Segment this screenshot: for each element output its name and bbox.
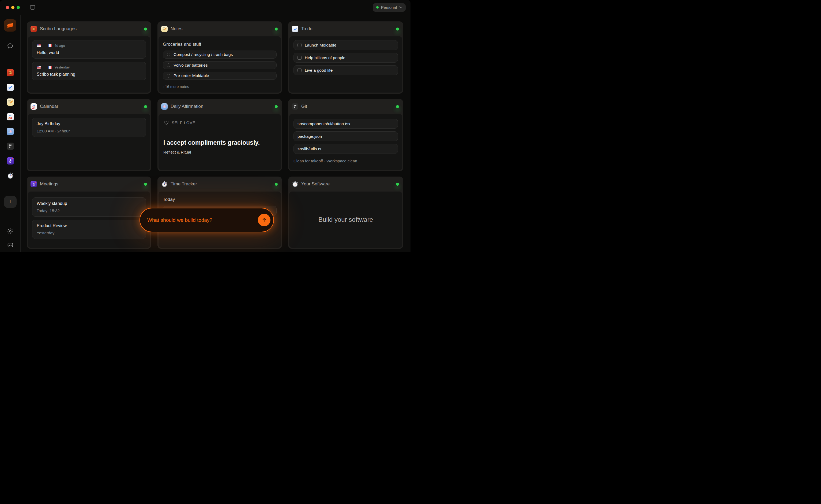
todo-item[interactable]: Help billions of people — [294, 53, 398, 63]
sidebar-item-time-tracker[interactable] — [7, 172, 14, 179]
status-dot — [144, 28, 147, 30]
circle-marker-icon[interactable] — [167, 63, 170, 67]
card-daily-affirmation[interactable]: Daily Affirmation SELF LOVE I accept com… — [157, 99, 282, 171]
workspace-switcher[interactable]: Personal — [373, 3, 406, 12]
card-header: Time Tracker — [157, 177, 282, 192]
checkbox-icon[interactable] — [298, 56, 302, 60]
minimize-window-button[interactable] — [11, 6, 14, 9]
meeting-time: Today: 15:32 — [37, 208, 141, 213]
todo-text: Help billions of people — [305, 55, 345, 60]
france-flag-icon — [48, 44, 52, 47]
moldable-logo-button[interactable] — [4, 19, 16, 32]
dashboard: Scribo Languages → 4d ago Hello, world — [21, 15, 410, 252]
todo-item[interactable]: Live a good life — [294, 65, 398, 75]
sidebar-item-git[interactable] — [7, 143, 14, 150]
translation-entry[interactable]: → Yesterday Scribo task planning — [32, 62, 146, 80]
time-tracker-group-title: Today — [163, 197, 277, 202]
entry-time: Yesterday — [54, 65, 70, 69]
calendar-icon-day: 24 — [8, 116, 12, 120]
calendar-event[interactable]: Joy Birthday 12:00 AM - 24hour — [32, 118, 146, 137]
status-dot — [275, 183, 278, 186]
card-title: Daily Affirmation — [170, 104, 203, 109]
status-dot — [144, 105, 147, 108]
card-title: Notes — [170, 26, 182, 32]
status-dot — [396, 105, 399, 108]
notepad-icon — [7, 99, 13, 105]
status-dot — [275, 105, 278, 108]
checkbox-icon[interactable] — [298, 68, 302, 72]
card-title: To do — [301, 26, 313, 32]
card-your-software[interactable]: Your Software Build your software — [288, 177, 403, 249]
affirmation-category-label: SELF LOVE — [172, 120, 195, 125]
chat-button[interactable] — [7, 43, 13, 49]
settings-button[interactable] — [7, 228, 14, 235]
sidebar-toggle-button[interactable] — [30, 5, 35, 10]
meeting-name: Product Review — [37, 223, 141, 228]
checkbox-icon[interactable] — [298, 43, 302, 47]
note-item[interactable]: Pre-order Moldable — [163, 72, 277, 80]
add-app-button[interactable]: + — [4, 196, 17, 208]
git-file-row[interactable]: src/components/ui/button.tsx — [294, 119, 398, 129]
note-item[interactable]: Volvo car batteries — [163, 61, 277, 69]
card-body: Joy Birthday 12:00 AM - 24hour — [28, 114, 150, 170]
status-dot — [275, 28, 278, 30]
microphone-icon — [8, 159, 13, 163]
card-body: Launch Moldable Help billions of people … — [289, 36, 402, 93]
git-icon — [8, 144, 13, 148]
card-calendar[interactable]: Tue 24 Calendar Joy Birthday 12:00 AM - … — [27, 99, 151, 171]
titlebar: Personal — [0, 0, 410, 15]
sidebar-item-meetings[interactable] — [7, 157, 14, 165]
git-file-path: src/lib/utils.ts — [298, 147, 321, 151]
build-prompt-input[interactable] — [147, 217, 258, 223]
sidebar-item-notes[interactable] — [7, 98, 14, 106]
card-header: Notes — [157, 21, 282, 36]
sidebar-item-calendar[interactable]: Tue 24 — [7, 113, 14, 120]
calendar-icon: Tue 24 — [31, 103, 37, 110]
notepad-icon — [161, 26, 167, 32]
sidebar-item-todo[interactable] — [7, 84, 14, 91]
card-meetings[interactable]: Meetings Weekly standup Today: 15:32 Pro… — [27, 177, 151, 249]
card-header: Daily Affirmation — [157, 99, 282, 114]
card-header: Tue 24 Calendar — [27, 99, 151, 114]
submit-prompt-button[interactable] — [258, 214, 271, 226]
card-notes[interactable]: Notes Groceries and stuff Compost / recy… — [157, 21, 282, 94]
sidebar-item-daily-affirmation[interactable] — [7, 128, 14, 135]
alarm-clock-icon — [292, 181, 298, 187]
note-text: Volvo car batteries — [173, 63, 208, 68]
meeting-time: Yesterday — [37, 231, 141, 235]
note-item[interactable]: Compost / recycling / trash bags — [163, 51, 277, 59]
app-window: Personal — [0, 0, 410, 252]
card-git[interactable]: Git src/components/ui/button.tsx package… — [288, 99, 403, 171]
meeting-item[interactable]: Weekly standup Today: 15:32 — [32, 197, 146, 217]
arrow-up-icon — [262, 217, 267, 223]
card-todo[interactable]: To do Launch Moldable Help billions of p… — [288, 21, 403, 94]
add-app-label: + — [9, 199, 12, 205]
card-body: SELF LOVE I accept compliments graciousl… — [158, 114, 281, 170]
card-body: Build your software — [289, 192, 402, 248]
circle-marker-icon[interactable] — [167, 74, 170, 78]
card-scribo-languages[interactable]: Scribo Languages → 4d ago Hello, world — [27, 21, 151, 94]
card-body: src/components/ui/button.tsx package.jso… — [289, 114, 402, 170]
inbox-button[interactable] — [7, 242, 14, 248]
card-title: Calendar — [40, 104, 58, 109]
git-file-path: package.json — [298, 134, 322, 139]
card-body: → 4d ago Hello, world → Yesterd — [28, 36, 150, 93]
circle-marker-icon[interactable] — [167, 53, 170, 56]
entry-text: Hello, world — [37, 50, 141, 55]
affirmation-category: SELF LOVE — [163, 120, 276, 125]
lotus-icon — [7, 129, 13, 134]
close-window-button[interactable] — [6, 6, 9, 9]
maximize-window-button[interactable] — [17, 6, 20, 9]
heart-icon — [163, 120, 169, 125]
todo-item[interactable]: Launch Moldable — [294, 40, 398, 50]
more-notes-link[interactable]: +16 more notes — [163, 85, 277, 89]
sidebar-item-scribo-languages[interactable] — [7, 69, 14, 76]
meeting-item[interactable]: Product Review Yesterday — [32, 220, 146, 239]
git-file-row[interactable]: src/lib/utils.ts — [294, 144, 398, 154]
notification-dot — [12, 158, 13, 159]
status-dot — [396, 183, 399, 186]
arrow-right-icon: → — [43, 65, 46, 69]
translation-entry[interactable]: → 4d ago Hello, world — [32, 40, 146, 59]
git-file-row[interactable]: package.json — [294, 131, 398, 141]
inbox-tray-icon — [7, 242, 14, 248]
